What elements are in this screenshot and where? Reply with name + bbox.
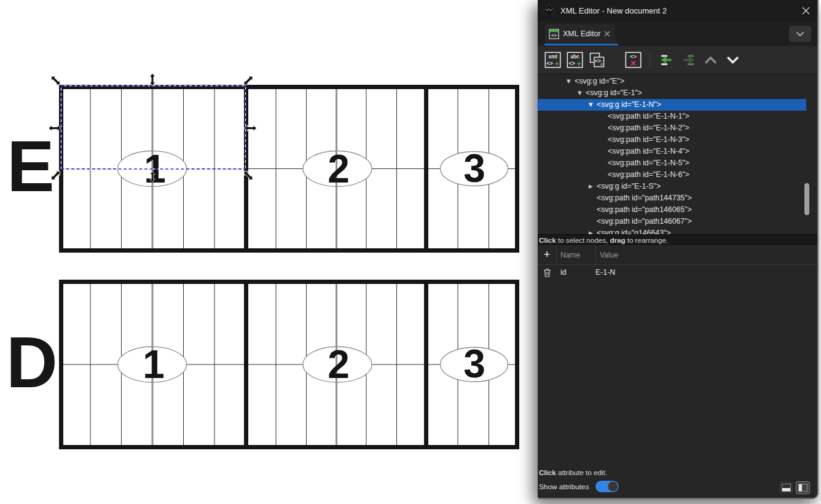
delete-node-icon: <> ✕ — [625, 52, 642, 68]
tree-node-label: <svg:g id="E-1"> — [586, 87, 642, 99]
svg-text:2: 2 — [328, 147, 350, 191]
svg-text:+: + — [554, 59, 559, 68]
indent-node-icon — [680, 52, 697, 68]
new-element-node-button[interactable]: xml <> + — [543, 50, 562, 69]
svg-text:1: 1 — [143, 342, 165, 387]
svg-text:<>: <> — [551, 33, 557, 38]
dialog-title: XML Editor - New document 2 — [560, 6, 667, 15]
show-attributes-toggle[interactable] — [595, 480, 619, 493]
canvas-label-d[interactable]: D — [6, 323, 58, 403]
inkscape-logo-icon — [543, 4, 556, 18]
horizontal-split-icon — [782, 484, 791, 492]
tree-node-label: <svg:path id="path146067"> — [597, 216, 692, 227]
delete-attribute-button[interactable] — [538, 268, 556, 277]
add-attribute-button[interactable]: + — [538, 245, 557, 264]
duplicate-node-button[interactable]: <> + — [587, 50, 607, 69]
svg-text:3: 3 — [463, 342, 485, 386]
panel-footer: Click attribute to edit. Show attributes — [538, 465, 817, 498]
duplicate-node-icon: <> + — [589, 52, 605, 68]
attribute-hint: Click attribute to edit. — [539, 468, 817, 476]
arrow-up-icon — [702, 52, 719, 68]
tree-node-label: <svg:g id="E-1-S"> — [597, 181, 661, 192]
tab-label: XML Editor — [563, 30, 600, 38]
expand-arrow-icon[interactable]: ▶ — [589, 181, 597, 192]
scale-handle-nw[interactable] — [49, 74, 62, 87]
close-icon[interactable] — [800, 6, 811, 17]
row-d-ellipses — [118, 347, 508, 382]
xml-toolbar: xml <> + abc <> + <> + — [538, 46, 817, 74]
svg-text:+: + — [600, 60, 603, 68]
tree-node-8[interactable]: <svg:path id="E-1-N-6"> — [538, 169, 806, 181]
attribute-name[interactable]: id — [556, 268, 591, 277]
indent-node-button[interactable] — [679, 50, 698, 69]
svg-text:<>: <> — [568, 60, 575, 66]
scale-handle-n[interactable] — [149, 74, 155, 86]
tree-node-0[interactable]: ▼<svg:g id="E"> — [538, 76, 806, 87]
tree-node-4[interactable]: <svg:path id="E-1-N-2"> — [538, 122, 806, 134]
tree-node-2-selected[interactable]: ▼<svg:g id="E-1-N"> — [538, 99, 806, 111]
attribute-value[interactable]: E-1-N — [591, 268, 817, 277]
svg-text:<>: <> — [546, 60, 553, 66]
tree-node-3[interactable]: <svg:path id="E-1-N-1"> — [538, 111, 806, 122]
canvas-label-e[interactable]: E — [7, 127, 54, 207]
tree-node-1[interactable]: ▼<svg:g id="E-1"> — [538, 87, 806, 99]
attr-name-column-header: Name — [557, 245, 596, 264]
unindent-node-icon — [658, 52, 675, 68]
trash-icon — [543, 268, 551, 277]
drawing-canvas[interactable]: E 1 2 3 D — [0, 0, 541, 504]
xml-editor-tab-icon: <> — [549, 29, 559, 39]
layout-horizontal-button[interactable] — [779, 481, 793, 494]
tab-overflow-button[interactable] — [789, 26, 811, 42]
tree-node-label: <svg:path id="E-1-N-4"> — [608, 146, 689, 157]
tree-node-6[interactable]: <svg:path id="E-1-N-4"> — [538, 146, 806, 157]
tree-node-label: <svg:g id="g146643"> — [597, 227, 671, 234]
unindent-node-button[interactable] — [657, 50, 676, 69]
tree-node-label: <svg:path id="E-1-N-2"> — [608, 122, 689, 134]
tree-node-12[interactable]: <svg:path id="path146067"> — [538, 216, 806, 227]
svg-text:✕: ✕ — [630, 59, 636, 68]
new-text-node-button[interactable]: abc <> + — [565, 50, 584, 69]
delete-node-button[interactable]: <> ✕ — [624, 50, 643, 69]
attributes-table[interactable]: idE-1-N — [538, 265, 817, 465]
tree-node-label: <svg:path id="path146065"> — [597, 204, 692, 216]
arrow-down-icon — [725, 52, 741, 68]
collapse-arrow-icon[interactable]: ▼ — [589, 99, 597, 111]
chevron-down-icon — [796, 31, 804, 37]
svg-text:3: 3 — [463, 146, 485, 191]
attribute-row-id[interactable]: idE-1-N — [538, 265, 817, 280]
svg-object-row-d[interactable]: D 1 2 3 — [6, 280, 517, 449]
tree-node-7[interactable]: <svg:path id="E-1-N-5"> — [538, 157, 806, 169]
tree-node-label: <svg:path id="E-1-N-1"> — [608, 111, 689, 122]
tree-node-13[interactable]: ▶<svg:g id="g146643"> — [538, 227, 806, 234]
new-element-node-icon: xml <> + — [544, 52, 561, 68]
collapse-arrow-icon[interactable]: ▼ — [567, 76, 575, 87]
toolbar-separator — [650, 52, 650, 68]
tree-node-9[interactable]: ▶<svg:g id="E-1-S"> — [538, 181, 806, 192]
tree-node-label: <svg:path id="E-1-N-5"> — [608, 157, 689, 169]
tree-node-label: <svg:path id="E-1-N-6"> — [608, 169, 689, 181]
tree-node-11[interactable]: <svg:path id="path146065"> — [538, 204, 806, 216]
tree-node-label: <svg:g id="E"> — [575, 76, 624, 87]
svg-text:2: 2 — [328, 342, 350, 387]
xml-node-tree[interactable]: ▼<svg:g id="E">▼<svg:g id="E-1">▼<svg:g … — [538, 74, 817, 234]
expand-arrow-icon[interactable]: ▶ — [589, 227, 597, 234]
tree-node-label: <svg:path id="path144735"> — [597, 192, 692, 204]
new-text-node-icon: abc <> + — [567, 52, 583, 68]
tree-node-10[interactable]: <svg:path id="path144735"> — [538, 192, 806, 204]
active-tab-underline — [544, 44, 618, 45]
layout-vertical-button[interactable] — [796, 481, 810, 494]
svg-text:+: + — [576, 59, 581, 68]
tree-node-5[interactable]: <svg:path id="E-1-N-3"> — [538, 134, 806, 146]
xml-editor-dialog: XML Editor - New document 2 <> XML Edito… — [538, 0, 819, 499]
tab-close-icon[interactable] — [604, 31, 610, 37]
tree-node-label: <svg:path id="E-1-N-3"> — [608, 134, 689, 146]
collapse-arrow-icon[interactable]: ▼ — [578, 87, 586, 99]
attributes-header: + Name Value — [538, 245, 817, 265]
tree-node-label: <svg:g id="E-1-N"> — [597, 99, 661, 111]
toggle-knob — [608, 481, 618, 492]
move-node-up-button[interactable] — [701, 50, 720, 69]
dialog-titlebar[interactable]: XML Editor - New document 2 — [538, 0, 817, 22]
tree-scrollbar-thumb[interactable] — [804, 183, 809, 215]
tab-xml-editor[interactable]: <> XML Editor — [545, 24, 615, 44]
move-node-down-button[interactable] — [723, 50, 742, 69]
